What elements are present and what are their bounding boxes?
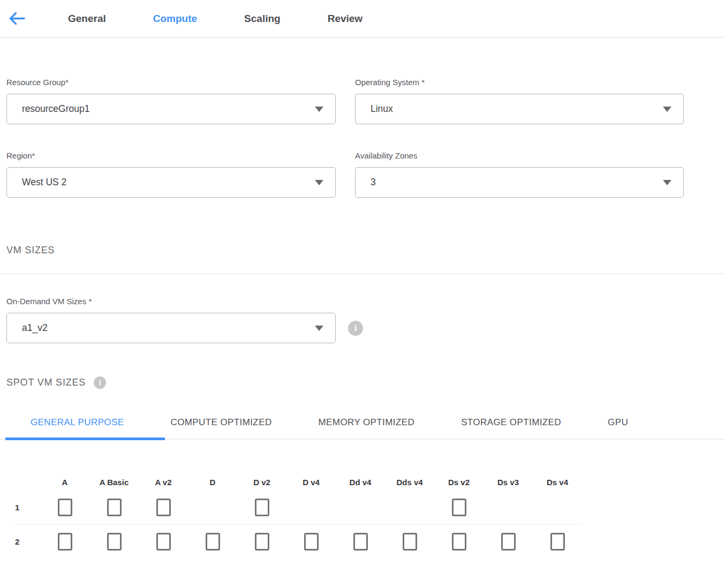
grid-header-row: AA BasicA v2DD v2D v4Dd v4Dds v4Ds v2Ds … xyxy=(0,478,725,487)
vm-size-checkbox[interactable] xyxy=(107,533,122,551)
vm-family-column-header: Dd v4 xyxy=(336,478,385,487)
vm-size-cell xyxy=(40,499,89,516)
vm-size-cell xyxy=(484,533,533,551)
spot-tab-underline xyxy=(0,438,725,440)
on-demand-select[interactable]: a1_v2 xyxy=(6,313,336,343)
form-row-1: Resource Group* resourceGroup1 Operating… xyxy=(6,78,725,124)
operating-system-value: Linux xyxy=(371,103,393,115)
form-row-2: Region* West US 2 Availability Zones 3 xyxy=(6,151,725,198)
wizard-nav: General Compute Scaling Review xyxy=(0,0,725,37)
vm-size-cell xyxy=(434,499,484,516)
info-icon[interactable]: i xyxy=(94,376,106,389)
vm-family-column-header: Dds v4 xyxy=(385,478,434,487)
operating-system-label: Operating System * xyxy=(355,78,684,87)
wizard-steps: General Compute Scaling Review xyxy=(68,13,362,25)
vm-family-column-header: Ds v3 xyxy=(484,478,533,487)
tab-storage-optimized[interactable]: STORAGE OPTIMIZED xyxy=(461,417,561,428)
vm-size-cell xyxy=(237,499,286,516)
vm-size-cell xyxy=(237,533,286,551)
vm-family-column-header: A Basic xyxy=(89,478,139,487)
vm-size-checkbox[interactable] xyxy=(304,533,319,551)
tab-review[interactable]: Review xyxy=(328,13,362,25)
spot-vm-tabs: GENERAL PURPOSE COMPUTE OPTIMIZED MEMORY… xyxy=(31,417,725,428)
vm-size-cell xyxy=(533,533,582,551)
availability-zones-select[interactable]: 3 xyxy=(355,167,684,198)
resource-group-field: Resource Group* resourceGroup1 xyxy=(6,78,336,124)
operating-system-select[interactable]: Linux xyxy=(355,94,684,124)
vm-family-column-header: Ds v4 xyxy=(533,478,582,487)
region-label: Region* xyxy=(6,151,336,160)
vm-size-checkbox[interactable] xyxy=(353,533,368,551)
vm-size-cell xyxy=(286,533,336,551)
vm-size-checkbox[interactable] xyxy=(452,499,466,516)
spot-vm-sizes-heading-row: SPOT VM SIZES i xyxy=(6,376,725,389)
vm-family-column-header: D v2 xyxy=(237,478,286,487)
resource-group-value: resourceGroup1 xyxy=(22,103,89,115)
chevron-down-icon xyxy=(663,107,671,112)
chevron-down-icon xyxy=(315,326,323,331)
vm-size-cell xyxy=(89,499,139,516)
vm-size-cell xyxy=(89,533,139,551)
vm-size-checkbox[interactable] xyxy=(501,533,516,551)
vm-size-checkbox[interactable] xyxy=(452,533,466,551)
resource-group-label: Resource Group* xyxy=(6,78,336,87)
tab-compute-optimized[interactable]: COMPUTE OPTIMIZED xyxy=(170,417,271,428)
active-tab-indicator xyxy=(5,438,165,440)
vm-size-cell xyxy=(385,533,434,551)
vm-family-column-header: D xyxy=(188,478,237,487)
back-button[interactable] xyxy=(7,11,26,27)
tab-general[interactable]: General xyxy=(68,13,106,25)
arrow-left-icon xyxy=(8,11,26,26)
region-value: West US 2 xyxy=(22,177,66,188)
vm-size-checkbox[interactable] xyxy=(403,533,417,551)
chevron-down-icon xyxy=(663,180,671,185)
vm-size-checkbox[interactable] xyxy=(58,533,72,551)
vm-size-checkbox[interactable] xyxy=(107,499,122,516)
row-label: 2 xyxy=(0,537,40,546)
vm-family-column-header: Ds v2 xyxy=(434,478,484,487)
region-field: Region* West US 2 xyxy=(6,151,336,198)
vm-size-checkbox[interactable] xyxy=(156,533,171,551)
on-demand-value: a1_v2 xyxy=(22,322,48,334)
availability-zones-label: Availability Zones xyxy=(355,151,684,160)
chevron-down-icon xyxy=(315,180,323,185)
operating-system-field: Operating System * Linux xyxy=(355,78,684,124)
vm-size-row: 1 xyxy=(0,498,725,516)
tab-compute[interactable]: Compute xyxy=(153,13,197,25)
vm-size-cell xyxy=(40,533,89,551)
vm-size-checkbox[interactable] xyxy=(58,499,72,516)
tab-gpu[interactable]: GPU xyxy=(608,417,628,428)
vm-family-column-header: A xyxy=(40,478,89,487)
tab-memory-optimized[interactable]: MEMORY OPTIMIZED xyxy=(319,417,415,428)
vm-size-grid: AA BasicA v2DD v2D v4Dd v4Dds v4Ds v2Ds … xyxy=(0,478,725,551)
chevron-down-icon xyxy=(315,107,323,112)
vm-size-row: 2 xyxy=(0,532,725,551)
vm-size-checkbox[interactable] xyxy=(156,499,171,516)
vm-size-cell xyxy=(336,533,385,551)
region-select[interactable]: West US 2 xyxy=(6,167,336,198)
vm-size-cell xyxy=(139,499,188,516)
on-demand-block: On-Demand VM Sizes * a1_v2 i xyxy=(6,297,725,343)
vm-family-column-header: D v4 xyxy=(286,478,336,487)
info-icon[interactable]: i xyxy=(348,321,363,336)
vm-family-column-header: A v2 xyxy=(139,478,188,487)
availability-zones-field: Availability Zones 3 xyxy=(355,151,684,198)
vm-size-cell xyxy=(188,533,237,551)
on-demand-label: On-Demand VM Sizes * xyxy=(6,297,725,306)
section-divider xyxy=(0,274,725,274)
vm-sizes-heading: VM SIZES xyxy=(6,245,725,256)
vm-size-checkbox[interactable] xyxy=(206,533,220,551)
spot-vm-sizes-heading: SPOT VM SIZES xyxy=(6,377,86,388)
resource-group-select[interactable]: resourceGroup1 xyxy=(6,94,336,124)
grid-row-divider xyxy=(15,524,581,525)
vm-size-checkbox[interactable] xyxy=(550,533,565,551)
tab-scaling[interactable]: Scaling xyxy=(244,13,281,25)
vm-size-checkbox[interactable] xyxy=(255,533,269,551)
tab-general-purpose[interactable]: GENERAL PURPOSE xyxy=(31,417,124,428)
vm-size-cell xyxy=(434,533,484,551)
availability-zones-value: 3 xyxy=(371,177,376,188)
vm-size-cell xyxy=(139,533,188,551)
vm-size-checkbox[interactable] xyxy=(255,499,269,516)
row-label: 1 xyxy=(0,503,40,512)
vm-size-grid-body: 12 xyxy=(0,498,725,551)
